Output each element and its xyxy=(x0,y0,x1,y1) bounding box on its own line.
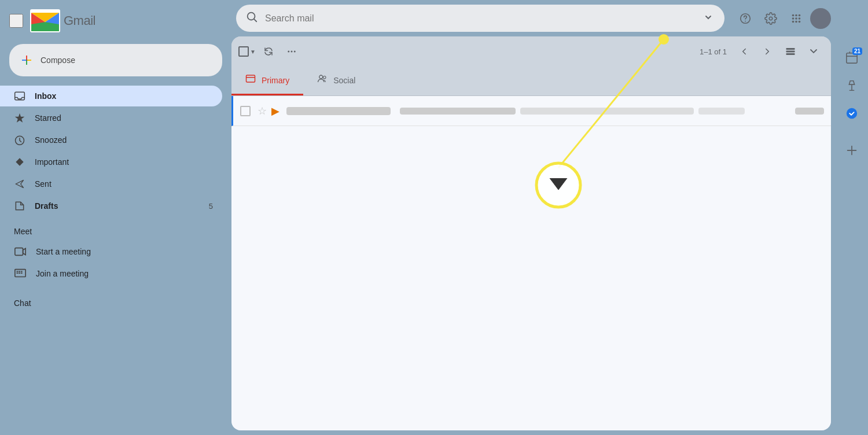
calendar-button[interactable]: 21 xyxy=(840,46,863,69)
sent-label: Sent xyxy=(35,179,213,189)
starred-icon xyxy=(14,112,25,124)
checkbox-dropdown-button[interactable]: ▼ xyxy=(250,49,256,55)
compose-button[interactable]: Compose xyxy=(9,44,222,76)
search-icon xyxy=(245,10,258,26)
email-content xyxy=(286,107,824,115)
sidebar-item-sent[interactable]: Sent xyxy=(0,174,222,194)
view-dropdown-button[interactable] xyxy=(803,41,824,62)
svg-point-27 xyxy=(288,51,289,53)
email-snippet xyxy=(520,108,694,115)
sidebar-item-drafts[interactable]: Drafts 5 xyxy=(0,196,222,216)
sidebar-header: Gmail xyxy=(0,5,231,42)
svg-point-19 xyxy=(795,14,797,16)
gmail-logo: Gmail xyxy=(30,9,95,32)
settings-button[interactable] xyxy=(759,7,782,30)
svg-rect-32 xyxy=(786,53,795,55)
snoozed-icon xyxy=(14,134,25,146)
svg-rect-9 xyxy=(17,271,19,272)
sidebar-nav: Inbox Starred Snoozed Important xyxy=(0,86,231,218)
tab-primary[interactable]: Primary xyxy=(231,67,303,95)
meet-section-label: Meet xyxy=(0,218,231,241)
next-page-button[interactable] xyxy=(757,41,778,62)
avatar[interactable] xyxy=(810,8,831,29)
svg-point-21 xyxy=(792,17,795,20)
svg-rect-1 xyxy=(26,56,27,60)
drafts-badge: 5 xyxy=(209,202,213,211)
hamburger-menu-button[interactable] xyxy=(9,14,23,28)
chat-section-label: Chat xyxy=(0,289,231,312)
sidebar-item-starred[interactable]: Starred xyxy=(0,108,222,128)
tasks-button[interactable] xyxy=(840,102,863,125)
drafts-label: Drafts xyxy=(35,201,200,211)
start-meeting-label: Start a meeting xyxy=(36,247,91,256)
important-label: Important xyxy=(35,157,213,167)
social-tab-icon xyxy=(317,73,328,87)
svg-rect-2 xyxy=(26,61,27,65)
help-button[interactable] xyxy=(734,7,757,30)
pagination-text: 1–1 of 1 xyxy=(700,47,727,56)
sidebar-item-snoozed[interactable]: Snoozed xyxy=(0,130,222,150)
topbar xyxy=(231,0,836,36)
select-all-checkbox-wrap[interactable]: ▼ xyxy=(238,46,256,57)
sidebar-item-join-meeting[interactable]: Join a meeting xyxy=(0,263,222,285)
svg-rect-3 xyxy=(22,60,26,61)
select-all-checkbox[interactable] xyxy=(238,46,249,57)
refresh-button[interactable] xyxy=(258,41,279,62)
sidebar: Gmail Compose Inbox St xyxy=(0,0,231,435)
gmail-m-icon xyxy=(30,9,60,32)
start-meeting-icon xyxy=(14,245,27,258)
svg-point-34 xyxy=(319,75,323,79)
important-icon xyxy=(14,156,25,168)
email-time xyxy=(795,108,824,115)
primary-tab-label: Primary xyxy=(262,76,289,85)
sidebar-item-start-meeting[interactable]: Start a meeting xyxy=(0,241,222,263)
apps-button[interactable] xyxy=(785,7,808,30)
toolbar-right: 1–1 of 1 xyxy=(695,41,824,62)
svg-point-23 xyxy=(799,17,801,20)
drafts-icon xyxy=(14,200,25,212)
svg-point-20 xyxy=(799,14,801,16)
tabs-bar: Primary Social xyxy=(231,67,831,96)
inbox-label: Inbox xyxy=(35,91,213,101)
sent-icon xyxy=(14,178,25,190)
main-area: ▼ 1–1 of 1 xyxy=(231,0,836,435)
social-tab-label: Social xyxy=(333,76,355,85)
email-sender xyxy=(286,107,391,115)
email-body xyxy=(400,108,786,115)
right-sidebar: 21 xyxy=(836,0,868,435)
svg-point-28 xyxy=(290,51,292,53)
svg-rect-4 xyxy=(27,60,31,61)
keep-button[interactable] xyxy=(840,74,863,97)
svg-rect-13 xyxy=(19,272,20,274)
svg-point-17 xyxy=(745,20,746,21)
svg-rect-31 xyxy=(786,51,795,53)
search-dropdown-button[interactable] xyxy=(701,10,715,26)
toolbar-left: ▼ xyxy=(238,41,693,62)
svg-point-18 xyxy=(792,14,795,16)
svg-rect-7 xyxy=(15,248,23,256)
svg-point-29 xyxy=(294,51,296,53)
more-options-button[interactable] xyxy=(281,41,302,62)
primary-tab-icon xyxy=(245,73,256,87)
email-list: ☆ ▶ xyxy=(231,96,831,430)
email-row-checkbox[interactable] xyxy=(240,106,251,116)
inbox-icon xyxy=(14,90,25,102)
prev-page-button[interactable] xyxy=(734,41,755,62)
email-star-button[interactable]: ☆ xyxy=(258,105,267,117)
svg-rect-30 xyxy=(786,48,795,50)
svg-rect-11 xyxy=(21,271,23,272)
svg-rect-10 xyxy=(19,271,20,272)
sidebar-item-important[interactable]: Important xyxy=(0,152,222,172)
view-toggle-button[interactable] xyxy=(780,41,801,62)
search-input[interactable] xyxy=(265,13,694,24)
sidebar-item-inbox[interactable]: Inbox xyxy=(0,86,222,106)
tab-social[interactable]: Social xyxy=(303,67,369,95)
table-row[interactable]: ☆ ▶ xyxy=(231,96,831,126)
add-extension-button[interactable] xyxy=(840,139,863,162)
svg-point-24 xyxy=(792,20,795,23)
snoozed-label: Snoozed xyxy=(35,135,213,145)
svg-rect-14 xyxy=(21,272,23,274)
svg-point-22 xyxy=(795,17,797,20)
svg-point-35 xyxy=(323,76,326,79)
svg-point-25 xyxy=(795,20,797,23)
